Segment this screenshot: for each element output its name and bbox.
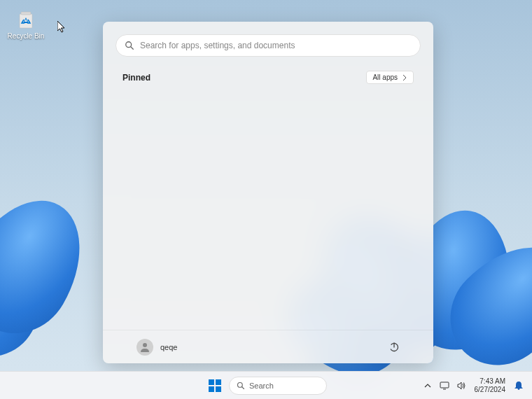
tray-volume-button[interactable] bbox=[454, 376, 469, 396]
start-menu-search[interactable] bbox=[115, 34, 421, 57]
taskbar-datetime[interactable]: 7:43 AM 6/27/2024 bbox=[470, 377, 510, 394]
mouse-cursor bbox=[57, 21, 67, 34]
monitor-icon bbox=[440, 381, 449, 391]
tray-overflow-button[interactable] bbox=[420, 376, 435, 396]
taskbar-search[interactable]: Search bbox=[229, 377, 327, 395]
all-apps-button[interactable]: All apps bbox=[366, 71, 414, 84]
svg-rect-0 bbox=[20, 14, 32, 28]
taskbar-date: 6/27/2024 bbox=[475, 386, 506, 394]
chevron-up-icon bbox=[424, 382, 431, 389]
start-icon bbox=[209, 379, 221, 392]
tray-monitor-button[interactable] bbox=[437, 376, 452, 396]
svg-line-3 bbox=[131, 47, 134, 50]
svg-rect-13 bbox=[440, 382, 449, 388]
start-menu-search-input[interactable] bbox=[140, 41, 412, 50]
recycle-bin-label: Recycle Bin bbox=[7, 32, 45, 40]
start-menu: Pinned All apps qeqe bbox=[103, 22, 433, 363]
avatar-icon bbox=[136, 339, 153, 356]
taskbar: Search 7:43 AM 6/27/2024 bbox=[0, 371, 532, 399]
power-button[interactable] bbox=[383, 336, 405, 358]
svg-rect-8 bbox=[216, 379, 221, 385]
svg-point-4 bbox=[143, 343, 147, 347]
recycle-bin-desktop-icon[interactable]: Recycle Bin bbox=[6, 4, 46, 41]
speaker-icon bbox=[456, 381, 466, 391]
taskbar-search-label: Search bbox=[249, 382, 274, 390]
taskbar-time: 7:43 AM bbox=[475, 377, 506, 386]
svg-rect-9 bbox=[209, 386, 214, 392]
search-icon bbox=[237, 382, 245, 390]
user-name-label: qeqe bbox=[160, 343, 177, 351]
svg-line-12 bbox=[242, 386, 244, 388]
svg-rect-1 bbox=[21, 12, 31, 15]
recycle-bin-icon bbox=[15, 8, 37, 31]
search-icon bbox=[125, 41, 134, 50]
all-apps-label: All apps bbox=[372, 74, 398, 81]
pinned-section-title: Pinned bbox=[122, 73, 150, 83]
svg-rect-10 bbox=[216, 386, 221, 392]
notification-center-button[interactable] bbox=[511, 376, 526, 396]
user-account-button[interactable]: qeqe bbox=[131, 336, 183, 358]
chevron-right-icon bbox=[402, 75, 407, 80]
power-icon bbox=[388, 342, 400, 353]
svg-rect-7 bbox=[209, 379, 214, 385]
notification-icon bbox=[514, 381, 524, 391]
start-button[interactable] bbox=[205, 376, 225, 396]
